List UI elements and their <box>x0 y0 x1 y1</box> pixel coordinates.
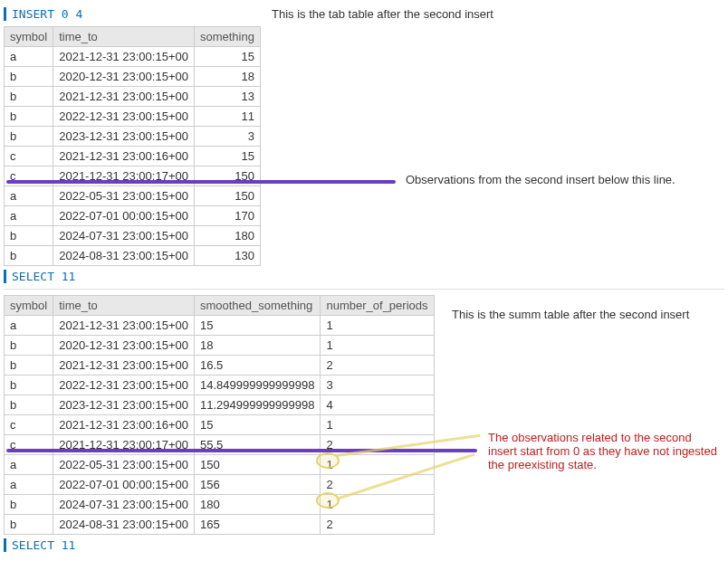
purple-divider-line-2 <box>6 449 477 452</box>
table-row: b2024-07-31 23:00:15+00180 <box>5 226 261 246</box>
table-row: b2024-07-31 23:00:15+001801 <box>5 495 435 515</box>
annotation-tab-table: This is the tab table after the second i… <box>272 7 493 21</box>
section-divider <box>4 289 724 290</box>
annotation-summ-table: This is the summ table after the second … <box>452 308 689 321</box>
table-row: b2020-12-31 23:00:15+0018 <box>5 67 261 87</box>
col-symbol: symbol <box>5 27 53 47</box>
annotation-second-insert-below: Observations from the second insert belo… <box>406 173 675 186</box>
table-row: c2021-12-31 23:00:16+00151 <box>5 415 435 435</box>
col-something: something <box>194 27 260 47</box>
table-row: a2022-07-01 00:00:15+001562 <box>5 475 435 495</box>
col-time_to: time_to <box>53 27 195 47</box>
table-row: b2022-12-31 23:00:15+0014.84999999999999… <box>5 376 435 395</box>
sql-result-select-1: SELECT 11 <box>4 270 724 283</box>
table-row: a2021-12-31 23:00:15+00151 <box>5 316 435 336</box>
col-number_of_periods: number_of_periods <box>321 296 434 316</box>
table-row: c2021-12-31 23:00:16+0015 <box>5 147 261 166</box>
table-row: b2024-08-31 23:00:15+001652 <box>5 515 435 535</box>
annotation-red-note: The observations related to the second i… <box>488 431 719 471</box>
col-symbol: symbol <box>5 296 53 316</box>
table-row: a2022-05-31 23:00:15+001501 <box>5 455 435 475</box>
table-row: b2023-12-31 23:00:15+0011.29499999999999… <box>5 395 435 415</box>
purple-divider-line <box>6 180 396 184</box>
col-smoothed_something: smoothed_something <box>194 296 321 316</box>
table2-area: symbol time_to smoothed_something number… <box>4 295 724 535</box>
table-row: b2023-12-31 23:00:15+003 <box>5 127 261 147</box>
sql-result-select-2: SELECT 11 <box>4 538 724 552</box>
table-row: b2020-12-31 23:00:15+00181 <box>5 336 435 356</box>
table-row: a2022-05-31 23:00:15+00150 <box>5 186 261 206</box>
table-row: b2021-12-31 23:00:15+0013 <box>5 87 261 107</box>
col-time_to: time_to <box>53 296 195 316</box>
table-row: b2021-12-31 23:00:15+0016.52 <box>5 356 435 376</box>
table1-area: symbol time_to something a2021-12-31 23:… <box>4 26 724 266</box>
yellow-circle-highlight <box>316 492 340 509</box>
tab-table: symbol time_to something a2021-12-31 23:… <box>4 26 261 266</box>
summ-table: symbol time_to smoothed_something number… <box>4 295 435 535</box>
table-row: b2022-12-31 23:00:15+0011 <box>5 107 261 127</box>
table-row: b2024-08-31 23:00:15+00130 <box>5 246 261 266</box>
table-row: a2022-07-01 00:00:15+00170 <box>5 206 261 226</box>
table-row: a2021-12-31 23:00:15+0015 <box>5 47 261 67</box>
